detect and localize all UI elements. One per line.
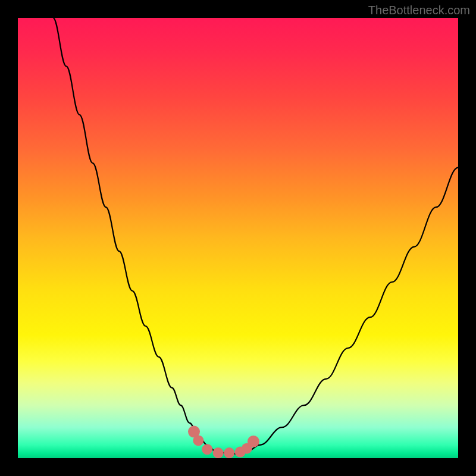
bottleneck-curve-line (53, 18, 458, 454)
bottleneck-curve-svg (18, 18, 458, 458)
curve-marker (202, 444, 212, 455)
curve-marker (193, 435, 203, 446)
curve-marker (213, 447, 224, 458)
chart-plot-area (18, 18, 458, 458)
curve-marker (248, 436, 259, 447)
curve-marker (224, 447, 234, 458)
watermark-text: TheBottleneck.com (368, 4, 470, 17)
